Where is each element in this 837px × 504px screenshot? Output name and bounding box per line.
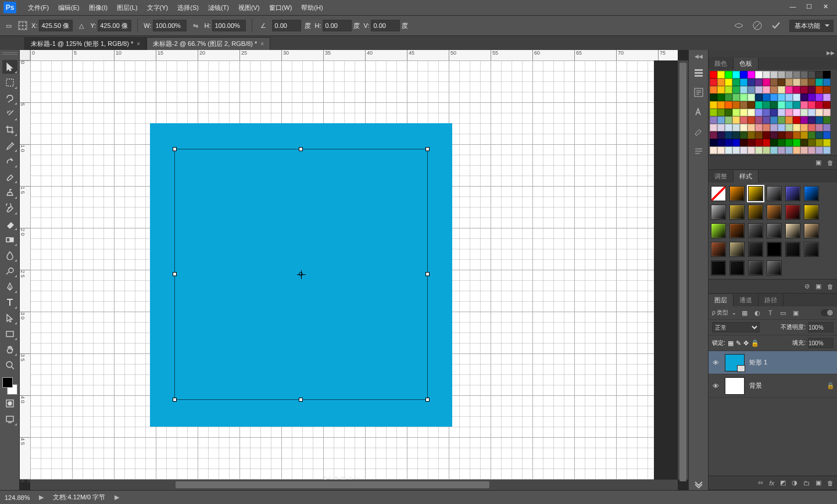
swatch[interactable] [808, 101, 815, 109]
transform-handle-nw[interactable] [173, 147, 177, 151]
style-preset[interactable] [804, 242, 819, 257]
lasso-tool[interactable] [2, 91, 17, 105]
transform-handle-e[interactable] [425, 272, 430, 276]
swatch[interactable] [747, 101, 755, 109]
workspace-dropdown[interactable]: 基本功能 [789, 20, 834, 32]
history-brush-tool[interactable] [2, 201, 17, 215]
swatch[interactable] [793, 116, 800, 124]
style-preset[interactable] [785, 205, 800, 220]
brush-tool[interactable] [2, 170, 17, 184]
swatch[interactable] [815, 146, 823, 154]
swatch[interactable] [770, 86, 778, 94]
swatch[interactable] [732, 131, 740, 139]
swatch[interactable] [725, 131, 732, 139]
menu-视图[interactable]: 视图(V) [234, 0, 264, 15]
crop-tool[interactable] [2, 123, 17, 137]
swatch[interactable] [732, 86, 740, 94]
swatch[interactable] [732, 116, 740, 124]
swatch[interactable] [725, 116, 732, 124]
swatch[interactable] [800, 139, 808, 146]
swatch[interactable] [710, 124, 717, 131]
swatch[interactable] [725, 71, 732, 78]
swatch[interactable] [785, 109, 793, 116]
swatch[interactable] [717, 116, 725, 124]
swatch[interactable] [800, 116, 808, 124]
swatch[interactable] [793, 146, 800, 154]
style-preset[interactable] [748, 186, 763, 201]
swatch[interactable] [823, 131, 831, 139]
filter-pixel-icon[interactable]: ▦ [740, 309, 749, 317]
transform-handle-n[interactable] [299, 147, 303, 151]
swatch[interactable] [755, 94, 763, 101]
shear-v-input[interactable] [371, 20, 400, 31]
color-tab[interactable]: 颜色 [709, 58, 734, 70]
swatch[interactable] [823, 124, 831, 131]
new-style-icon[interactable]: ▣ [815, 283, 821, 290]
swatch[interactable] [815, 131, 823, 139]
swatch[interactable] [823, 146, 831, 154]
swatch[interactable] [732, 109, 740, 116]
dock-collapse-toggle[interactable]: ◀◀ [695, 53, 703, 59]
style-preset[interactable] [711, 223, 726, 238]
swatch[interactable] [763, 146, 770, 154]
style-preset[interactable] [767, 205, 782, 220]
layer-thumbnail[interactable] [725, 377, 745, 395]
layer-row[interactable]: 👁背景🔒 [709, 374, 837, 398]
swatch[interactable] [732, 146, 740, 154]
swatch[interactable] [740, 109, 747, 116]
swatch[interactable] [778, 86, 785, 94]
style-preset[interactable] [804, 223, 819, 238]
style-preset[interactable] [729, 223, 745, 238]
swatch[interactable] [710, 71, 717, 78]
swatch[interactable] [725, 94, 732, 101]
swatch[interactable] [793, 86, 800, 94]
blur-tool[interactable] [2, 248, 17, 262]
swatch[interactable] [770, 78, 778, 86]
swatch[interactable] [770, 131, 778, 139]
history-panel-icon[interactable] [692, 66, 705, 79]
style-preset[interactable] [748, 223, 763, 238]
lock-pixels-icon[interactable]: ✎ [736, 339, 741, 347]
clone-stamp-tool[interactable] [2, 185, 17, 199]
swatch[interactable] [823, 94, 831, 101]
swatch[interactable] [710, 139, 717, 146]
swatch[interactable] [770, 101, 778, 109]
lock-all-icon[interactable]: 🔒 [751, 339, 759, 347]
swatch[interactable] [717, 101, 725, 109]
filter-type-icon[interactable]: T [766, 309, 775, 317]
style-preset[interactable] [711, 186, 726, 201]
zoom-tool[interactable] [2, 358, 17, 372]
brush-panel-icon[interactable] [692, 126, 705, 138]
pen-tool[interactable] [2, 280, 17, 294]
swatch[interactable] [717, 146, 725, 154]
swatch[interactable] [800, 78, 808, 86]
swatch[interactable] [763, 86, 770, 94]
reference-point-icon[interactable] [17, 20, 28, 31]
w-input[interactable] [153, 20, 187, 31]
document-tab[interactable]: 未标题-1 @ 125% (矩形 1, RGB/8) *× [24, 37, 146, 50]
swatch[interactable] [725, 124, 732, 131]
swatch[interactable] [710, 131, 717, 139]
swatch[interactable] [800, 131, 808, 139]
swatch[interactable] [778, 139, 785, 146]
swatch[interactable] [793, 109, 800, 116]
swatch[interactable] [740, 71, 747, 78]
swatch[interactable] [710, 116, 717, 124]
style-preset[interactable] [729, 242, 745, 257]
menu-窗口[interactable]: 窗口(W) [264, 0, 297, 15]
menu-帮助[interactable]: 帮助(H) [296, 0, 327, 15]
swatch[interactable] [815, 116, 823, 124]
clear-style-icon[interactable]: ⊘ [804, 283, 810, 290]
close-tab-icon[interactable]: × [137, 41, 140, 47]
swatch[interactable] [747, 116, 755, 124]
dodge-tool[interactable] [2, 264, 17, 278]
fill-input[interactable] [808, 338, 834, 348]
panel-grip[interactable] [2, 52, 17, 58]
cancel-transform-icon[interactable] [752, 20, 763, 31]
swatch[interactable] [747, 124, 755, 131]
window-maximize[interactable]: ☐ [801, 0, 817, 13]
commit-transform-icon[interactable] [771, 20, 781, 31]
swatch[interactable] [793, 78, 800, 86]
style-preset[interactable] [711, 205, 726, 220]
swatch[interactable] [740, 116, 747, 124]
